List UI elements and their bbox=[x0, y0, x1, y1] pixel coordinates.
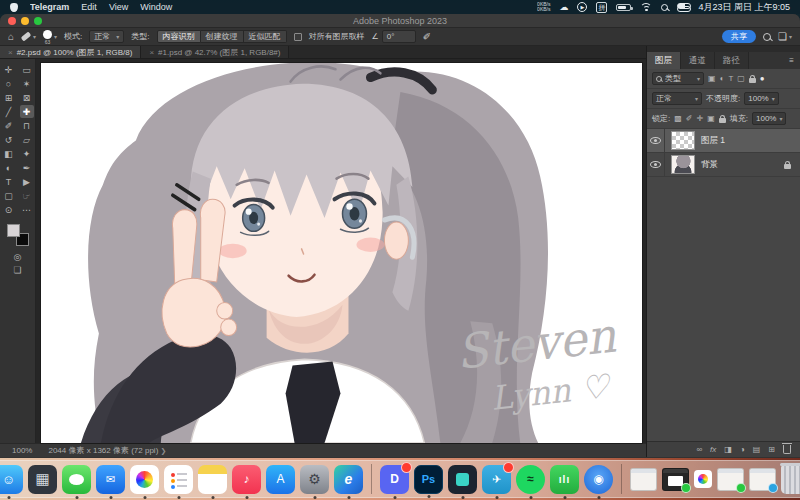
zoom-level[interactable]: 100% bbox=[12, 446, 32, 455]
tab-channels[interactable]: 通道 bbox=[681, 52, 715, 69]
control-center-icon[interactable] bbox=[677, 3, 689, 12]
lock-transparency-icon[interactable]: ▩ bbox=[674, 115, 682, 123]
dock-minimized-document[interactable] bbox=[630, 468, 657, 491]
media-play-icon[interactable]: ▶ bbox=[577, 2, 587, 12]
opacity-dropdown[interactable]: 100% ▾ bbox=[744, 92, 778, 105]
dock-stocks-app[interactable]: ılı bbox=[550, 465, 579, 494]
move-tool[interactable]: ✛ bbox=[2, 63, 16, 76]
dodge-tool[interactable]: ◐ bbox=[2, 161, 16, 174]
filter-type-icon[interactable]: T bbox=[728, 75, 733, 83]
type-tool[interactable]: T bbox=[2, 175, 16, 188]
clone-stamp-tool[interactable]: ⊓ bbox=[20, 119, 34, 132]
path-selection-tool[interactable]: ▶ bbox=[20, 175, 34, 188]
wifi-icon[interactable] bbox=[640, 3, 652, 12]
dock-photos[interactable] bbox=[130, 465, 159, 494]
color-swatches[interactable] bbox=[7, 224, 29, 246]
layer-name[interactable]: 背景 bbox=[701, 159, 718, 171]
cloud-icon[interactable]: ☁ bbox=[559, 3, 568, 12]
shape-tool[interactable]: ▢ bbox=[2, 189, 16, 202]
blur-tool[interactable]: ✦ bbox=[20, 147, 34, 160]
create-texture-button[interactable]: 创建纹理 bbox=[201, 30, 244, 43]
dock-mail[interactable]: ✉ bbox=[96, 465, 125, 494]
menu-clock[interactable]: 4月23日 周日 上午9:05 bbox=[698, 1, 790, 14]
dock-minimized-photoshop-window[interactable] bbox=[662, 468, 689, 491]
minimize-window-button[interactable] bbox=[21, 17, 29, 25]
zoom-tool[interactable]: ⊙ bbox=[2, 203, 16, 216]
search-icon[interactable] bbox=[763, 33, 771, 41]
blend-mode-dropdown[interactable]: 正常 ▾ bbox=[652, 92, 702, 105]
mode-dropdown[interactable]: 正常 ▾ bbox=[89, 30, 124, 43]
screen-mode-button[interactable]: ❏ bbox=[11, 263, 25, 276]
content-aware-button[interactable]: 内容识别 bbox=[157, 30, 201, 43]
pen-tool[interactable]: ✒ bbox=[20, 161, 34, 174]
lock-all-icon[interactable] bbox=[719, 118, 726, 123]
dock-messages[interactable] bbox=[62, 465, 91, 494]
delete-layer-icon[interactable] bbox=[783, 445, 791, 454]
dock-finder[interactable]: ☺ bbox=[0, 465, 23, 494]
canvas-image[interactable]: Steven Lynn ♡ bbox=[41, 63, 642, 443]
dock-system-settings[interactable]: ⚙ bbox=[300, 465, 329, 494]
new-group-icon[interactable]: ▤ bbox=[753, 445, 761, 454]
filter-kind-dropdown[interactable]: 类型 ▾ bbox=[652, 72, 704, 85]
dock-music[interactable]: ♪ bbox=[232, 465, 261, 494]
layer-row-background[interactable]: 背景 bbox=[647, 153, 800, 177]
lasso-tool[interactable]: ○ bbox=[2, 77, 16, 90]
dock-blue-circle-app[interactable]: ◉ bbox=[584, 465, 613, 494]
filter-pixel-icon[interactable]: ▣ bbox=[708, 75, 716, 83]
spotlight-icon[interactable] bbox=[661, 4, 668, 11]
marquee-tool[interactable]: ▭ bbox=[20, 63, 34, 76]
sample-all-layers-checkbox[interactable] bbox=[294, 33, 302, 41]
dock-reminders[interactable] bbox=[164, 465, 193, 494]
foreground-color-swatch[interactable] bbox=[7, 224, 20, 237]
document-tab-2[interactable]: × #1.psd @ 42.7% (图层 1, RGB/8#) bbox=[141, 46, 289, 58]
quick-mask-button[interactable]: ◎ bbox=[11, 250, 25, 263]
dock-spotify[interactable]: ≈ bbox=[516, 465, 545, 494]
layer-name[interactable]: 图层 1 bbox=[701, 135, 725, 147]
apple-menu-icon[interactable] bbox=[10, 3, 18, 12]
share-button[interactable]: 共享 bbox=[722, 30, 756, 43]
menu-window[interactable]: Window bbox=[140, 2, 172, 12]
dock-trash[interactable] bbox=[781, 465, 800, 494]
document-tab-1[interactable]: × #2.psd @ 100% (图层 1, RGB/8) bbox=[0, 46, 141, 58]
dock-minimized-window-green[interactable] bbox=[717, 468, 744, 491]
pen-pressure-icon[interactable]: ✐ bbox=[423, 32, 431, 42]
window-titlebar[interactable]: Adobe Photoshop 2023 bbox=[0, 14, 800, 28]
layer-row-layer1[interactable]: 图层 1 bbox=[647, 129, 800, 153]
panel-menu-icon[interactable]: ≡ bbox=[789, 52, 800, 69]
quick-selection-tool[interactable]: ✶ bbox=[20, 77, 34, 90]
dock-launchpad[interactable]: ▦ bbox=[28, 465, 57, 494]
menu-edit[interactable]: Edit bbox=[81, 2, 97, 12]
dock-wallet-app[interactable] bbox=[448, 465, 477, 494]
adjustment-layer-icon[interactable]: ◑ bbox=[740, 445, 745, 454]
gradient-tool[interactable]: ◧ bbox=[2, 147, 16, 160]
dock-telegram[interactable]: ✈ bbox=[482, 465, 511, 494]
brush-tool[interactable]: ✐ bbox=[2, 119, 16, 132]
close-icon[interactable]: × bbox=[149, 48, 154, 57]
tab-layers[interactable]: 图层 bbox=[647, 52, 681, 69]
active-tool-preset[interactable]: ▾ bbox=[21, 33, 36, 40]
layer-styles-icon[interactable]: fx bbox=[710, 445, 716, 454]
menu-view[interactable]: View bbox=[109, 2, 128, 12]
close-window-button[interactable] bbox=[8, 17, 16, 25]
link-layers-icon[interactable]: ∞ bbox=[696, 445, 702, 454]
lock-pixels-icon[interactable]: ✐ bbox=[686, 115, 693, 123]
visibility-eye-icon[interactable] bbox=[650, 137, 661, 144]
dock-minimized-window-telegram[interactable] bbox=[749, 468, 776, 491]
filter-shape-icon[interactable]: ▢ bbox=[737, 75, 745, 83]
dock-notes[interactable] bbox=[198, 465, 227, 494]
edit-toolbar-button[interactable]: ⋯ bbox=[20, 203, 34, 216]
dock-edge-browser[interactable]: e bbox=[334, 465, 363, 494]
proximity-match-button[interactable]: 近似匹配 bbox=[244, 30, 287, 43]
home-icon[interactable]: ⌂ bbox=[8, 32, 14, 42]
background-thumbnail[interactable] bbox=[671, 155, 695, 174]
brush-angle-control[interactable]: ∠ 0° bbox=[372, 30, 416, 43]
dock-discord[interactable]: D bbox=[380, 465, 409, 494]
filter-adjustment-icon[interactable]: ◐ bbox=[720, 75, 725, 83]
history-brush-tool[interactable]: ↺ bbox=[2, 133, 16, 146]
dock-app-store[interactable]: A bbox=[266, 465, 295, 494]
menu-app-name[interactable]: Telegram bbox=[30, 2, 69, 12]
input-method-badge[interactable]: 拼 bbox=[596, 2, 607, 13]
lock-position-icon[interactable]: ✛ bbox=[697, 115, 704, 123]
filter-toggle-icon[interactable]: ● bbox=[760, 75, 765, 83]
lock-artboard-icon[interactable]: ▣ bbox=[707, 115, 715, 123]
